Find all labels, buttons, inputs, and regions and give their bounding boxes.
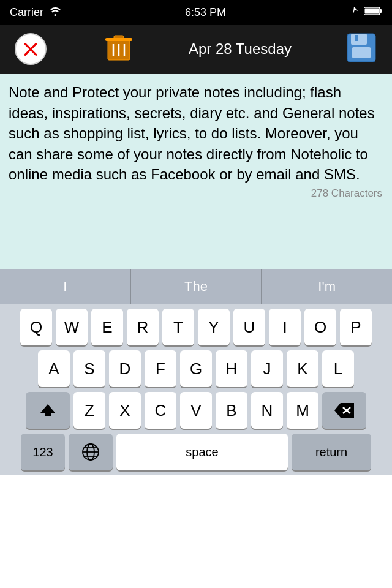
keyboard-row-1: Q W E R T Y U I O P <box>2 309 390 345</box>
delete-note-button[interactable] <box>100 31 137 67</box>
svg-marker-14 <box>40 404 55 417</box>
key-A[interactable]: A <box>38 350 70 387</box>
svg-rect-13 <box>355 35 358 41</box>
key-T[interactable]: T <box>162 309 194 345</box>
svg-rect-11 <box>351 34 367 45</box>
delete-key[interactable] <box>322 392 366 429</box>
key-U[interactable]: U <box>233 309 265 345</box>
key-N[interactable]: N <box>251 392 283 429</box>
key-W[interactable]: W <box>56 309 88 345</box>
keyboard-bottom-row: 123 space return <box>2 434 390 470</box>
key-S[interactable]: S <box>74 350 105 387</box>
battery-icon <box>364 6 382 19</box>
key-I[interactable]: I <box>269 309 301 345</box>
key-Z[interactable]: Z <box>74 392 105 429</box>
key-Q[interactable]: Q <box>20 309 52 345</box>
key-K[interactable]: K <box>287 350 318 387</box>
autocomplete-item-1[interactable]: I <box>0 270 131 304</box>
svg-marker-0 <box>353 7 358 15</box>
key-R[interactable]: R <box>127 309 159 345</box>
status-bar: Carrier 6:53 PM <box>0 0 392 24</box>
keyboard-row-2: A S D F G H J K L <box>2 350 390 387</box>
svg-marker-15 <box>334 403 354 418</box>
keyboard: Q W E R T Y U I O P A S D F G H J K L Z … <box>0 304 392 475</box>
carrier-label: Carrier <box>10 6 43 19</box>
key-O[interactable]: O <box>304 309 336 345</box>
status-right <box>349 6 382 19</box>
keyboard-row-3: Z X C V B N M <box>2 392 390 429</box>
key-H[interactable]: H <box>216 350 247 387</box>
key-Y[interactable]: Y <box>198 309 230 345</box>
wifi-icon <box>48 6 62 19</box>
key-D[interactable]: D <box>109 350 141 387</box>
location-icon <box>349 6 359 19</box>
status-left: Carrier <box>10 6 62 19</box>
note-area[interactable]: Note and Protect your private notes incl… <box>0 74 392 270</box>
svg-rect-12 <box>352 47 371 58</box>
globe-key[interactable] <box>69 434 113 470</box>
key-X[interactable]: X <box>109 392 141 429</box>
svg-rect-6 <box>105 38 132 41</box>
close-button[interactable] <box>12 31 49 67</box>
autocomplete-item-2[interactable]: The <box>131 270 262 304</box>
char-count: 278 Characters <box>9 185 383 205</box>
key-P[interactable]: P <box>340 309 372 345</box>
key-F[interactable]: F <box>145 350 176 387</box>
key-M[interactable]: M <box>287 392 318 429</box>
key-J[interactable]: J <box>251 350 283 387</box>
autocomplete-bar: I The I'm <box>0 270 392 304</box>
save-button[interactable] <box>343 31 380 67</box>
return-key[interactable]: return <box>292 434 371 470</box>
status-time: 6:53 PM <box>185 6 226 19</box>
key-C[interactable]: C <box>145 392 176 429</box>
numbers-key[interactable]: 123 <box>21 434 65 470</box>
toolbar-date: Apr 28 Tuesday <box>189 40 292 58</box>
autocomplete-item-3[interactable]: I'm <box>262 270 392 304</box>
toolbar: Apr 28 Tuesday <box>0 24 392 74</box>
key-E[interactable]: E <box>91 309 123 345</box>
svg-rect-2 <box>380 9 382 13</box>
svg-rect-3 <box>365 8 379 13</box>
key-L[interactable]: L <box>322 350 354 387</box>
key-B[interactable]: B <box>216 392 247 429</box>
key-V[interactable]: V <box>180 392 212 429</box>
note-text[interactable]: Note and Protect your private notes incl… <box>9 82 383 185</box>
close-icon <box>15 33 47 65</box>
shift-key[interactable] <box>26 392 70 429</box>
space-key[interactable]: space <box>116 434 288 470</box>
key-G[interactable]: G <box>180 350 212 387</box>
trash-icon <box>105 32 132 66</box>
save-icon <box>346 32 377 66</box>
